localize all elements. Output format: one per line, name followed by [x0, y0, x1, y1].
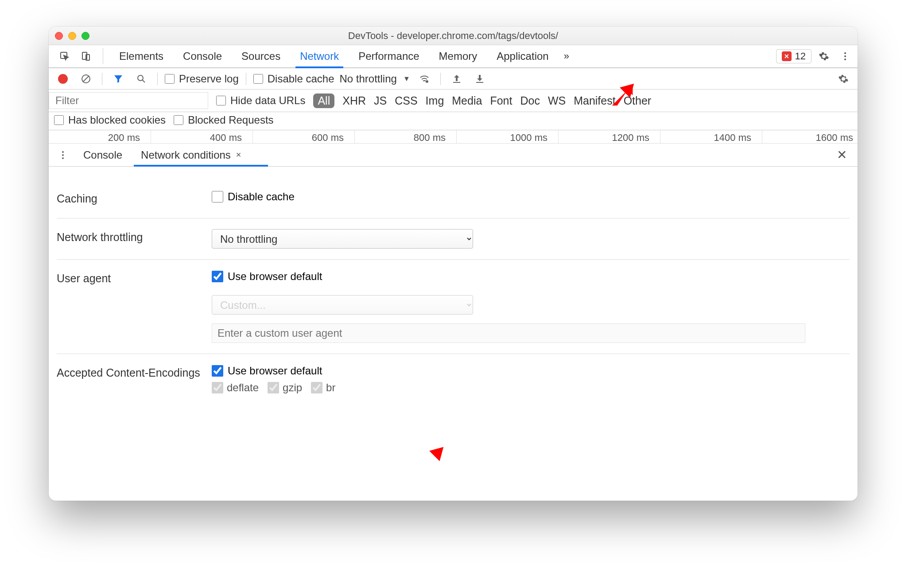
encodings-default-checkbox[interactable]: Use browser default	[212, 365, 850, 377]
drawer-tab-network-conditions[interactable]: Network conditions ×	[134, 144, 252, 166]
user-agent-input	[212, 323, 805, 343]
svg-point-10	[426, 80, 428, 83]
cb-label: Blocked Requests	[188, 114, 273, 126]
preserve-log-checkbox[interactable]: Preserve log	[165, 73, 239, 85]
caching-disable-cache-checkbox[interactable]: Disable cache	[212, 191, 850, 203]
filter-row: Hide data URLs All XHR JS CSS Img Media …	[49, 90, 858, 112]
throttling-select[interactable]: No throttling	[212, 229, 473, 249]
tab-label: Console	[83, 149, 122, 161]
tab-network[interactable]: Network	[292, 45, 347, 67]
svg-line-9	[143, 80, 145, 82]
cb-label: Hide data URLs	[230, 94, 305, 107]
tab-label: Performance	[358, 50, 419, 62]
blocked-requests-checkbox[interactable]: Blocked Requests	[174, 114, 273, 126]
disable-cache-checkbox[interactable]: Disable cache	[253, 73, 334, 85]
timeline-tick: 200 ms	[49, 130, 151, 143]
tab-label: Console	[183, 50, 222, 62]
filter-type-img[interactable]: Img	[426, 94, 444, 107]
section-encodings: Accepted Content-Encodings Use browser d…	[57, 354, 850, 405]
filter-type-css[interactable]: CSS	[395, 94, 417, 107]
tab-label: Elements	[119, 50, 163, 62]
cb-label: br	[326, 382, 335, 394]
encoding-gzip-checkbox: gzip	[268, 382, 302, 394]
tab-performance[interactable]: Performance	[350, 45, 427, 67]
filter-toggle-icon[interactable]	[109, 70, 127, 88]
filter-type-xhr[interactable]: XHR	[342, 94, 366, 107]
close-drawer-icon[interactable]: ✕	[831, 148, 852, 162]
filter-type-font[interactable]: Font	[490, 94, 512, 107]
drawer-kebab-icon[interactable]	[54, 146, 72, 164]
filter-input[interactable]	[49, 92, 208, 109]
timeline-tick: 800 ms	[354, 130, 456, 143]
network-settings-icon[interactable]	[835, 70, 852, 88]
network-toolbar: Preserve log Disable cache No throttling…	[49, 68, 858, 90]
user-agent-select: Custom...	[212, 295, 473, 315]
section-label: Caching	[57, 191, 212, 205]
cb-label: gzip	[283, 382, 302, 394]
errors-badge[interactable]: ✕ 12	[776, 49, 811, 63]
network-conditions-icon[interactable]	[415, 70, 433, 88]
filter-type-ws[interactable]: WS	[548, 94, 566, 107]
tab-label: Application	[497, 50, 548, 62]
inspect-icon[interactable]	[56, 47, 74, 65]
network-conditions-panel: Caching Disable cache Network throttling…	[49, 167, 858, 405]
errors-count: 12	[795, 51, 806, 62]
main-tabs: Elements Console Sources Network Perform…	[49, 45, 858, 68]
tab-memory[interactable]: Memory	[431, 45, 485, 67]
clear-button[interactable]	[77, 70, 95, 88]
tab-sources[interactable]: Sources	[233, 45, 288, 67]
svg-point-11	[62, 151, 64, 153]
caret-down-icon: ▼	[403, 75, 410, 83]
throttling-select[interactable]: No throttling ▼	[339, 73, 410, 85]
filter-type-all[interactable]: All	[313, 93, 334, 108]
upload-har-icon[interactable]	[448, 70, 466, 88]
cb-label: Has blocked cookies	[68, 114, 166, 126]
annotation-arrow-icon	[416, 443, 447, 476]
filter-type-media[interactable]: Media	[452, 94, 482, 107]
settings-icon[interactable]	[815, 47, 833, 65]
svg-line-7	[83, 76, 89, 82]
has-blocked-cookies-checkbox[interactable]: Has blocked cookies	[54, 114, 166, 126]
user-agent-default-checkbox[interactable]: Use browser default	[212, 270, 850, 283]
filter-type-other[interactable]: Other	[624, 94, 652, 107]
section-label: User agent	[57, 270, 212, 285]
record-button[interactable]	[54, 70, 72, 88]
titlebar: DevTools - developer.chrome.com/tags/dev…	[49, 27, 858, 45]
divider	[103, 48, 103, 64]
svg-point-8	[138, 75, 143, 81]
tab-label: Sources	[241, 50, 280, 62]
filter-type-js[interactable]: JS	[374, 94, 387, 107]
svg-point-13	[62, 157, 64, 159]
timeline-tick: 600 ms	[252, 130, 354, 143]
section-label: Accepted Content-Encodings	[57, 365, 212, 379]
drawer-tab-console[interactable]: Console	[76, 144, 129, 166]
hide-data-urls-checkbox[interactable]: Hide data URLs	[216, 94, 305, 107]
tab-console[interactable]: Console	[175, 45, 230, 67]
timeline-tick: 400 ms	[151, 130, 252, 143]
svg-point-5	[844, 58, 846, 60]
tab-label: Memory	[439, 50, 478, 62]
svg-point-3	[844, 52, 846, 54]
download-har-icon[interactable]	[471, 70, 489, 88]
filter-type-doc[interactable]: Doc	[520, 94, 540, 107]
device-toggle-icon[interactable]	[77, 47, 95, 65]
window-title: DevTools - developer.chrome.com/tags/dev…	[49, 30, 858, 42]
tab-elements[interactable]: Elements	[111, 45, 171, 67]
timeline-tick: 1000 ms	[456, 130, 558, 143]
record-icon	[58, 74, 68, 84]
timeline-tick: 1400 ms	[660, 130, 762, 143]
filter-row-2: Has blocked cookies Blocked Requests	[49, 112, 858, 130]
tab-label: Network	[300, 50, 339, 62]
search-icon[interactable]	[132, 70, 150, 88]
tab-label: Network conditions	[141, 149, 231, 161]
kebab-menu-icon[interactable]	[836, 47, 854, 65]
section-label: Network throttling	[57, 229, 212, 244]
cb-label: Preserve log	[179, 73, 239, 85]
more-tabs-button[interactable]: »	[560, 51, 573, 62]
cb-label: Use browser default	[228, 365, 322, 377]
timeline-overview[interactable]: 200 ms 400 ms 600 ms 800 ms 1000 ms 1200…	[49, 130, 858, 144]
filter-type-manifest[interactable]: Manifest	[574, 94, 615, 107]
tab-application[interactable]: Application	[489, 45, 556, 67]
encoding-br-checkbox: br	[311, 382, 335, 394]
close-tab-icon[interactable]: ×	[233, 150, 245, 160]
